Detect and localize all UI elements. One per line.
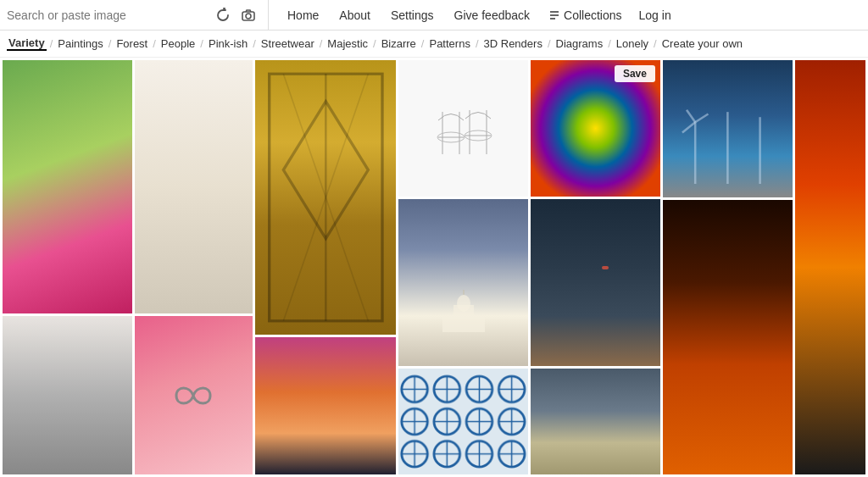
category-separator: / (650, 37, 660, 50)
category-separator: / (149, 37, 159, 50)
search-area (7, 0, 269, 30)
nav-give-feedback[interactable]: Give feedback (446, 8, 539, 22)
tile-pattern[interactable] (398, 369, 528, 474)
category-separator: / (544, 37, 554, 50)
category-majestic[interactable]: Majestic (326, 37, 370, 50)
category-people[interactable]: People (159, 37, 197, 50)
tile-acropolis[interactable] (531, 369, 660, 474)
category-separator: / (472, 37, 482, 50)
category-variety[interactable]: Variety (7, 36, 47, 51)
tile-windmills[interactable] (663, 60, 793, 197)
svg-point-17 (457, 295, 470, 312)
collections-label: Collections (564, 8, 621, 22)
grid-col-5: Save (531, 60, 660, 474)
category-separator: / (47, 37, 57, 50)
category-streetwear[interactable]: Streetwear (259, 37, 316, 50)
category-separator: / (604, 37, 615, 50)
tile-pink-flower[interactable] (3, 60, 132, 313)
category-diagrams[interactable]: Diagrams (554, 37, 605, 50)
grid-col-3 (255, 60, 397, 474)
login-button[interactable]: Log in (632, 8, 678, 22)
svg-line-27 (695, 114, 708, 122)
category-separator: / (105, 37, 115, 50)
nav-about[interactable]: About (331, 8, 379, 22)
tile-infinity[interactable] (135, 316, 253, 474)
tile-drone[interactable] (531, 199, 660, 366)
svg-rect-22 (398, 373, 528, 470)
category-forest[interactable]: Forest (114, 37, 149, 50)
category-bizarre[interactable]: Bizarre (380, 37, 418, 50)
header: Home About Settings Give feedback Collec… (0, 0, 868, 31)
nav-home[interactable]: Home (279, 8, 327, 22)
save-button[interactable]: Save (615, 65, 655, 82)
category-create-your-own[interactable]: Create your own (660, 37, 744, 50)
grid-col-2 (135, 60, 253, 474)
tile-capitol[interactable] (398, 199, 528, 366)
grid-col-6 (663, 60, 793, 474)
search-input[interactable] (7, 8, 210, 22)
nav-links: Home About Settings Give feedback Collec… (279, 8, 678, 22)
tile-chairs[interactable] (398, 60, 528, 197)
nav-settings[interactable]: Settings (382, 8, 442, 22)
camera-icon[interactable] (236, 8, 261, 23)
category-separator: / (370, 37, 380, 50)
tile-lamp[interactable] (135, 60, 253, 313)
category-pink-ish[interactable]: Pink-ish (207, 37, 249, 50)
grid-col-4 (398, 60, 528, 474)
tile-city-sunset[interactable] (255, 337, 397, 474)
category-3d-renders[interactable]: 3D Renders (482, 37, 544, 50)
svg-line-28 (682, 122, 695, 132)
tile-cave[interactable] (663, 200, 793, 474)
category-separator: / (249, 37, 259, 50)
svg-rect-15 (442, 315, 485, 332)
category-separator: / (316, 37, 326, 50)
tile-swirl[interactable]: Save (531, 60, 660, 197)
tile-door[interactable] (255, 60, 397, 335)
category-patterns[interactable]: Patterns (427, 37, 471, 50)
category-separator: / (197, 37, 207, 50)
category-lonely[interactable]: Lonely (615, 37, 650, 50)
tile-lava[interactable] (795, 60, 865, 474)
category-paintings[interactable]: Paintings (56, 37, 104, 50)
category-bar: Variety/Paintings/Forest/People/Pink-ish… (0, 31, 868, 58)
svg-point-1 (246, 14, 251, 19)
main-grid: Save (0, 58, 868, 477)
category-separator: / (418, 37, 428, 50)
grid-col-1 (3, 60, 132, 474)
svg-line-26 (687, 109, 695, 122)
collections-button[interactable]: Collections (542, 8, 628, 22)
tile-skyscraper[interactable] (3, 316, 132, 474)
reload-icon[interactable] (210, 8, 236, 23)
grid-col-7 (795, 60, 865, 474)
